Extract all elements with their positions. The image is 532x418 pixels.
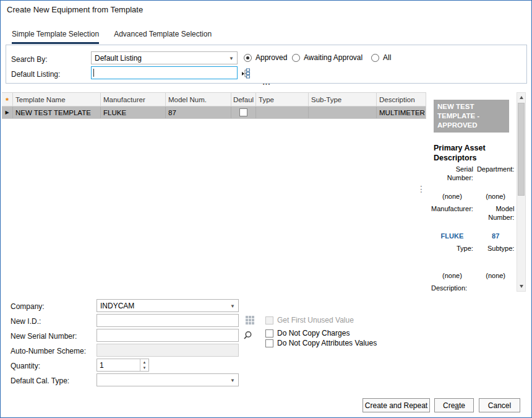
tab-simple-template-selection[interactable]: Simple Template Selection	[12, 30, 99, 44]
quantity-spin-buttons: ▲ ▼	[140, 359, 148, 371]
dialog-create-new-equipment: Create New Equipment from Template Simpl…	[0, 0, 532, 418]
new-id-input[interactable]	[97, 314, 239, 327]
column-header-sub-type[interactable]: Sub-Type	[309, 93, 377, 106]
cell-model-num: 87	[166, 107, 231, 118]
quantity-stepper: ▲ ▼	[97, 359, 149, 372]
company-dropdown[interactable]: INDYCAM ▼	[97, 299, 239, 312]
quantity-input[interactable]	[97, 359, 140, 371]
chevron-down-icon: ▼	[230, 303, 235, 309]
checkbox-icon	[265, 329, 273, 337]
column-header-model-num[interactable]: Model Num.	[166, 93, 231, 106]
scroll-up-icon[interactable]	[517, 93, 525, 102]
cell-sub-type	[309, 107, 377, 118]
search-by-value: Default Listing	[95, 54, 142, 63]
checkbox-icon	[265, 339, 273, 347]
cell-type	[256, 107, 309, 118]
radio-awaiting-approval[interactable]: Awaiting Approval	[292, 53, 363, 62]
row-selector-icon: ▶	[2, 107, 13, 118]
quantity-up-icon[interactable]: ▲	[140, 359, 148, 365]
default-checkbox[interactable]	[239, 108, 247, 116]
radio-all[interactable]: All	[371, 53, 391, 62]
auto-number-grid-icon[interactable]	[244, 315, 255, 326]
preview-field-description: Description: MULTIMETER	[431, 284, 514, 292]
preview-field-subtype: Subtype: (none)	[477, 245, 515, 279]
panel-splitter-handle[interactable]: ⋮	[417, 184, 426, 194]
chevron-down-icon: ▼	[230, 378, 235, 383]
cell-template-name: NEW TEST TEMPLATE	[13, 107, 101, 118]
cell-manufacturer: FLUKE	[101, 107, 166, 118]
column-header-type[interactable]: Type	[256, 93, 309, 106]
table-row[interactable]: ▶ NEW TEST TEMPLATE FLUKE 87 MULTIMETER	[2, 107, 426, 119]
cell-description: MULTIMETER	[377, 107, 426, 118]
text-cursor	[93, 69, 94, 77]
collapse-handle[interactable]: ...	[258, 79, 275, 85]
checkbox-label: Do Not Copy Charges	[277, 329, 350, 337]
column-header-template-name[interactable]: Template Name	[13, 93, 101, 106]
scroll-down-icon[interactable]	[517, 282, 525, 291]
checkbox-get-first-unused-value: Get First Unused Value	[265, 316, 354, 324]
quantity-down-icon[interactable]: ▼	[140, 365, 148, 372]
radio-approved[interactable]: Approved	[244, 53, 287, 62]
radio-icon	[244, 54, 252, 62]
default-listing-label: Default Listing:	[11, 70, 60, 79]
checkbox-do-not-copy-attributes-values[interactable]: Do Not Copy Attributes Values	[265, 339, 377, 347]
preview-panel: NEW TEST TEMPLATE - APPROVED Primary Ass…	[429, 92, 526, 292]
search-by-dropdown[interactable]: Default Listing ▼	[91, 51, 238, 64]
checkbox-icon	[265, 316, 273, 324]
tab-bar: Simple Template Selection Advanced Templ…	[12, 30, 212, 44]
grid-header-row: * Template Name Manufacturer Model Num. …	[2, 92, 426, 107]
preview-fields: Serial Number: (none) Department: (none)…	[431, 165, 513, 292]
radio-icon	[292, 54, 300, 62]
preview-field-department: Department: (none)	[477, 165, 515, 200]
checkbox-do-not-copy-charges[interactable]: Do Not Copy Charges	[265, 329, 350, 337]
template-grid: * Template Name Manufacturer Model Num. …	[2, 92, 426, 119]
quantity-label: Quantity:	[11, 362, 40, 370]
checkbox-label: Get First Unused Value	[277, 316, 354, 324]
column-header-manufacturer[interactable]: Manufacturer	[101, 93, 166, 106]
radio-all-label: All	[383, 53, 391, 62]
dialog-title: Create New Equipment from Template	[7, 5, 143, 14]
new-serial-number-label: New Serial Number:	[11, 332, 77, 341]
preview-field-model-number: Model Number: 87	[477, 205, 515, 240]
company-label: Company:	[11, 302, 45, 311]
company-value: INDYCAM	[100, 302, 134, 310]
search-icon[interactable]	[242, 330, 252, 340]
auto-number-scheme-input	[97, 344, 239, 357]
default-cal-type-label: Default Cal. Type:	[11, 377, 69, 385]
radio-icon	[371, 54, 379, 62]
new-id-label: New I.D.:	[11, 317, 41, 326]
preview-field-type: Type: (none)	[431, 245, 473, 279]
default-listing-browse-icon[interactable]	[240, 67, 251, 79]
preview-field-manufacturer: Manufacturer: FLUKE	[431, 205, 473, 240]
new-serial-number-input[interactable]	[97, 329, 239, 342]
auto-number-scheme-label: Auto-Number Scheme:	[11, 347, 86, 355]
column-header-default[interactable]: Defaul	[231, 93, 256, 106]
search-by-label: Search By:	[11, 55, 48, 64]
default-cal-type-dropdown[interactable]: ▼	[97, 373, 239, 386]
preview-header: NEW TEST TEMPLATE - APPROVED	[434, 100, 509, 133]
preview-section-title: Primary Asset Descriptors	[434, 143, 503, 163]
preview-scrollbar[interactable]	[517, 92, 526, 292]
preview-field-serial-number: Serial Number: (none)	[431, 165, 473, 200]
radio-awaiting-approval-label: Awaiting Approval	[304, 53, 363, 62]
default-listing-input[interactable]	[91, 66, 238, 79]
column-header-description[interactable]: Description	[377, 93, 426, 106]
radio-approved-label: Approved	[255, 53, 287, 62]
tab-advanced-template-selection[interactable]: Advanced Template Selection	[114, 30, 212, 44]
create-button[interactable]: Create	[434, 398, 474, 412]
cancel-button[interactable]: Cancel	[479, 398, 520, 412]
chevron-down-icon: ▼	[229, 56, 234, 61]
cell-default	[231, 107, 256, 118]
create-and-repeat-button[interactable]: Create and Repeat	[363, 398, 430, 412]
checkbox-label: Do Not Copy Attributes Values	[277, 339, 377, 347]
new-row-indicator-icon: *	[2, 93, 13, 106]
default-listing-field	[91, 66, 238, 79]
scroll-thumb[interactable]	[518, 103, 525, 196]
